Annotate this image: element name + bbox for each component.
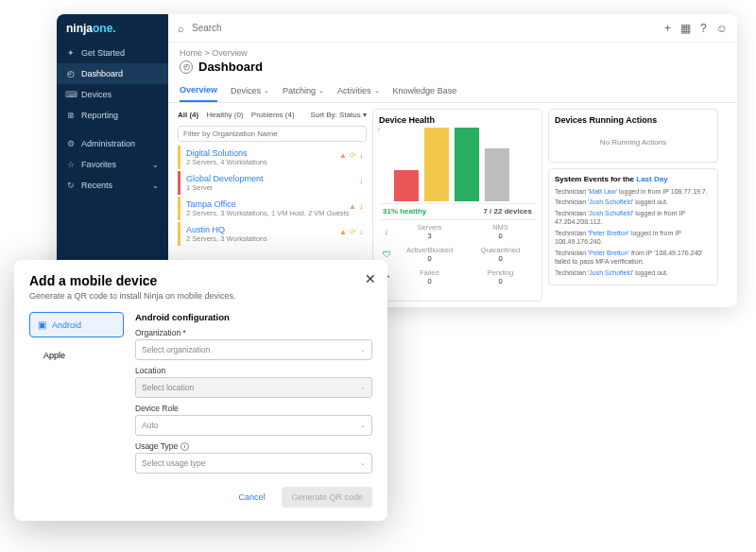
event-item: Technician 'Matt Law' logged in from IP … (555, 187, 712, 196)
tabs: OverviewDevices ⌄Patching ⌄Activities ⌄K… (168, 79, 737, 103)
form-title: Android configuration (135, 312, 372, 322)
close-icon[interactable]: ✕ (365, 271, 376, 286)
cancel-button[interactable]: Cancel (229, 487, 274, 508)
field-label: Device Role (135, 404, 372, 413)
chevron-down-icon: ⌄ (360, 459, 366, 467)
modal-subtitle: Generate a QR code to install Ninja on m… (29, 291, 372, 301)
platform-picker: ▣AndroidApple (29, 312, 124, 508)
sync-icon: ⟳ (350, 228, 356, 236)
chevron-down-icon: ⌄ (152, 161, 159, 169)
tab-devices[interactable]: Devices ⌄ (231, 79, 269, 102)
doc-icon: 🗎 (66, 111, 76, 120)
chevron-down-icon: ⌄ (360, 422, 366, 429)
down-icon: ↓ (359, 202, 363, 211)
chart-bar (485, 148, 509, 201)
down-icon: ↓ (359, 177, 363, 185)
select-usage-type[interactable]: Select usage type⌄ (135, 453, 372, 474)
monitor-icon: ⌨ (66, 90, 76, 99)
rocket-icon: ✦ (66, 48, 76, 58)
brand-logo: ninjaone. (57, 14, 168, 43)
topbar: ⌕ + ▦ ? ☺ (168, 14, 737, 43)
android-icon: ▣ (38, 319, 46, 330)
generate-qr-button[interactable]: Generate QR code (282, 487, 372, 508)
stat-row: ↓Servers3NMS0 (379, 220, 536, 243)
breadcrumb: Home > Overview (168, 43, 737, 58)
star-icon: ☆ (66, 160, 76, 169)
add-mobile-device-modal: ✕ Add a mobile device Generate a QR code… (14, 260, 387, 521)
page-title: ◴ Dashboard (168, 58, 737, 79)
running-actions-title: Devices Running Actions (555, 115, 712, 125)
info-icon: i (180, 442, 189, 451)
event-item: Technician 'Peter Bretton' logged in fro… (555, 229, 712, 247)
device-health-card: Device Health 7 31% healthy 7 / 22 devic… (372, 109, 542, 302)
event-item: Technician 'Josh Schofield' logged out. (555, 198, 712, 206)
user-icon[interactable]: ☺ (716, 22, 728, 35)
apps-icon[interactable]: ▦ (680, 22, 691, 35)
events-title: System Events for the Last Day (555, 175, 712, 183)
tab-patching[interactable]: Patching ⌄ (283, 79, 324, 102)
down-icon: ↓ (379, 227, 394, 236)
select-device-role[interactable]: Auto⌄ (135, 415, 372, 436)
sidebar-item-get-started[interactable]: ✦Get Started (57, 43, 168, 63)
sidebar-item-favorites[interactable]: ☆Favorites⌄ (57, 154, 168, 175)
gauge-icon: ◴ (66, 69, 76, 78)
chevron-down-icon: ⌄ (360, 384, 366, 391)
select-location[interactable]: Select location⌄ (135, 377, 372, 398)
field-label: Usage Type i (135, 441, 372, 451)
chevron-down-icon: ⌄ (264, 87, 269, 95)
search-icon: ⌕ (178, 23, 184, 34)
platform-apple[interactable]: Apple (29, 343, 124, 368)
org-item[interactable]: Austin HQ2 Servers, 3 Workstations▲⟳↓ (178, 222, 367, 246)
chevron-down-icon: ⌄ (152, 181, 159, 190)
tab-knowledge-base[interactable]: Knowledge Base (393, 79, 457, 102)
platform-android[interactable]: ▣Android (29, 312, 124, 337)
events-range-link[interactable]: Last Day (636, 175, 667, 183)
chevron-down-icon: ⌄ (374, 87, 380, 95)
sidebar-item-administration[interactable]: ⚙Administration (57, 133, 168, 154)
field-label: Organization * (135, 328, 372, 337)
down-icon: ↓ (359, 151, 363, 160)
chart-bar (455, 128, 479, 201)
search-input[interactable] (192, 23, 657, 33)
clock-icon: ↻ (66, 181, 76, 190)
select-organization-[interactable]: Select organization⌄ (135, 339, 372, 360)
healthy-pct: 31% healthy (383, 207, 426, 216)
warn-icon: ▲ (339, 228, 347, 236)
org-filter-input[interactable] (178, 126, 367, 142)
gear-icon: ⚙ (66, 139, 76, 148)
down-icon: ↓ (359, 228, 363, 236)
tab-overview[interactable]: Overview (180, 79, 217, 102)
stat-row: ✚Failed0Pending0 (379, 266, 536, 288)
filter-counts: All (4) Healthy (0) Problems (4) (178, 111, 301, 119)
gauge-icon: ◴ (180, 60, 193, 74)
chart-bar (424, 128, 449, 201)
org-item[interactable]: Tampa Office2 Servers, 3 Workstations, 1… (178, 197, 367, 220)
sidebar-item-reporting[interactable]: 🗎Reporting (57, 105, 168, 126)
no-actions-text: No Running Actions (555, 129, 712, 156)
event-item: Technician 'Josh Schofield' logged in fr… (555, 209, 712, 227)
sync-icon: ⟳ (350, 151, 356, 160)
tab-activities[interactable]: Activities ⌄ (337, 79, 380, 102)
help-icon[interactable]: ? (700, 22, 707, 35)
org-item[interactable]: Digital Solutions2 Servers, 4 Workstatio… (178, 146, 367, 169)
sort-by[interactable]: Sort By: Status ▾ (310, 111, 367, 119)
stat-row: 🛡Active/Blocked0Quarantined0 (379, 243, 536, 266)
running-actions-card: Devices Running Actions No Running Actio… (548, 109, 718, 163)
org-item[interactable]: Global Development1 Server↓ (178, 171, 367, 195)
field-label: Location (135, 366, 372, 375)
event-item: Technician 'Josh Schofield' logged out. (555, 268, 712, 277)
warn-icon: ▲ (339, 151, 347, 160)
add-icon[interactable]: + (664, 22, 671, 35)
chevron-down-icon: ⌄ (360, 346, 366, 354)
chevron-down-icon: ⌄ (318, 87, 324, 95)
warn-icon: ▲ (349, 202, 356, 211)
device-count: 7 / 22 devices (483, 207, 532, 216)
sidebar-item-devices[interactable]: ⌨Devices (57, 84, 168, 105)
event-item: Technician 'Peter Bretton' from IP '108.… (555, 249, 712, 267)
device-health-chart: 7 (379, 129, 536, 204)
config-form: Android configuration Organization *Sele… (135, 312, 372, 508)
sidebar-item-recents[interactable]: ↻Recents⌄ (57, 175, 168, 196)
device-health-title: Device Health (379, 115, 536, 125)
sidebar-item-dashboard[interactable]: ◴Dashboard (57, 63, 168, 84)
chart-bar (394, 170, 419, 201)
